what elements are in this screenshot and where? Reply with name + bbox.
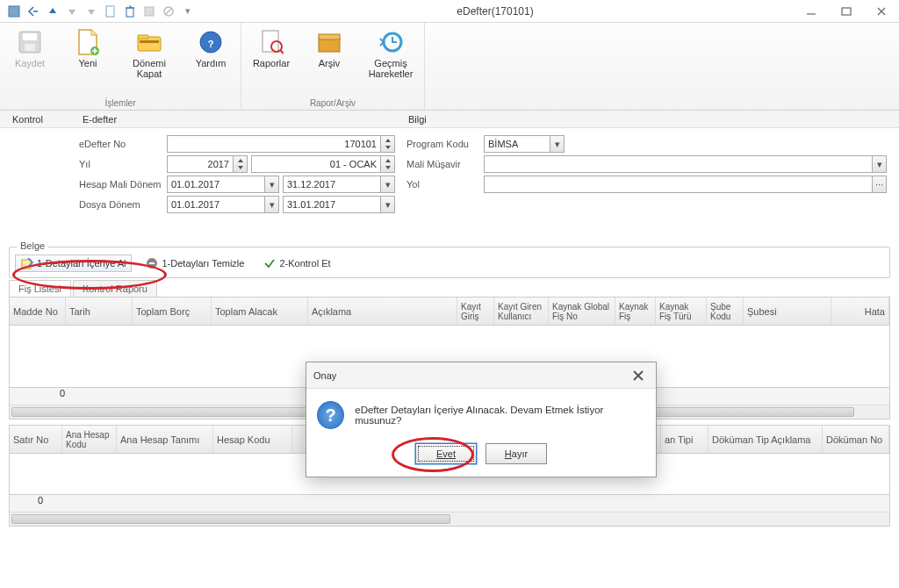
question-icon: ? — [317, 401, 344, 429]
col-kayit-giren[interactable]: Kayıt Giren Kullanıcı — [494, 298, 549, 325]
col-dokuman-tip[interactable]: Döküman Tip Açıklama — [708, 426, 823, 453]
chevron-down-icon[interactable]: ▾ — [872, 156, 886, 172]
date-hesap-bas[interactable]: 01.01.2017 ▾ — [167, 176, 279, 193]
col-sube-kodu[interactable]: Şube Kodu — [707, 298, 744, 325]
svg-rect-9 — [23, 33, 37, 40]
input-yil[interactable]: 2017 — [167, 155, 248, 173]
close-period-icon — [135, 28, 163, 56]
form-area: eDefter No 170101 Yıl 2017 01 - OCAK Hes… — [0, 128, 899, 219]
clear-icon — [146, 257, 158, 269]
col-hesap-kodu[interactable]: Hesap Kodu — [213, 426, 292, 453]
delete-icon[interactable] — [121, 3, 139, 20]
chevron-down-icon[interactable]: ▾ — [380, 197, 394, 212]
col-madde-no[interactable]: Madde No — [10, 298, 66, 325]
tab-fis-listesi[interactable]: Fiş Listesi — [9, 280, 71, 297]
chevron-down-icon[interactable]: ▾ — [550, 136, 564, 152]
dialog-onay: Onay ? eDefter Detayları İçeriye Alınaca… — [306, 362, 657, 477]
svg-rect-7 — [842, 8, 851, 15]
footer-zero: 0 — [10, 495, 71, 506]
ribbon-yeni[interactable]: Yeni — [65, 28, 111, 68]
col-an-tipi[interactable]: an Tipi — [661, 426, 708, 453]
combo-mali-musavir[interactable]: ▾ — [484, 155, 887, 173]
ribbon-label: Raporlar — [248, 58, 294, 68]
history-icon — [377, 28, 405, 56]
value-dosya-bas: 01.01.2017 — [171, 199, 219, 210]
chevron-down-icon[interactable]: ▾ — [380, 176, 394, 192]
col-kayit-giris[interactable]: Kayıt Giriş — [457, 298, 494, 325]
svg-rect-2 — [126, 8, 133, 17]
col-aciklama[interactable]: Açıklama — [308, 298, 457, 325]
ribbon-donemi-kapat[interactable]: Dönemi Kapat — [123, 28, 176, 79]
date-hesap-bit[interactable]: 31.12.2017 ▾ — [283, 176, 395, 193]
col-toplam-borc[interactable]: Toplam Borç — [133, 298, 212, 325]
ellipsis-icon[interactable]: ··· — [872, 176, 886, 192]
ribbon-label: Yeni — [65, 58, 111, 68]
col-kaynak-fis[interactable]: Kaynak Fiş — [615, 298, 656, 325]
input-yol[interactable]: ··· — [484, 176, 887, 193]
window-title: eDefter(170101) — [197, 5, 794, 18]
arrow-down2-icon — [83, 3, 100, 20]
arrow-up-icon[interactable] — [44, 3, 61, 20]
chevron-down-icon[interactable]: ▾ — [264, 176, 278, 192]
col-kaynak-global[interactable]: Kaynak Global Fiş No — [549, 298, 615, 325]
svg-rect-23 — [22, 260, 31, 269]
col-ana-hesap-kodu[interactable]: Ana Hesap Kodu — [62, 426, 117, 453]
new-doc-icon[interactable] — [102, 3, 119, 20]
ribbon-raporlar[interactable]: Raporlar — [248, 28, 294, 68]
svg-line-5 — [165, 8, 172, 15]
btn-label: Hayır — [505, 448, 528, 459]
tab-kontrol-raporu[interactable]: Kontrol Raporu — [73, 280, 157, 297]
arrow-first-icon[interactable] — [25, 3, 42, 20]
value-ay: 01 - OCAK — [255, 159, 380, 169]
col-satir-no[interactable]: Satır No — [10, 426, 62, 453]
date-dosya-bit[interactable]: 31.01.2017 ▾ — [283, 196, 395, 213]
chevron-down-icon[interactable]: ▾ — [264, 197, 278, 212]
btn-detaylari-iceriye-al[interactable]: 1-Detayları İçeriye Al — [15, 255, 132, 272]
combo-program-kodu[interactable]: BİMSA ▾ — [484, 135, 565, 153]
section-bilgi: Bilgi — [408, 114, 887, 125]
ribbon-yardim[interactable]: ? Yardım — [188, 28, 234, 68]
spinner-icon[interactable] — [380, 156, 394, 172]
qat-dropdown-icon[interactable]: ▾ — [179, 3, 197, 20]
section-header: Kontrol E-defter Bilgi — [0, 111, 899, 128]
dialog-no-button[interactable]: Hayır — [485, 443, 547, 464]
btn-detaylari-temizle[interactable]: 1-Detayları Temizle — [140, 255, 249, 271]
svg-rect-0 — [9, 6, 19, 17]
col-dokuman-no[interactable]: Döküman No — [823, 426, 889, 453]
label-mali-musavir: Mali Müşavir — [406, 159, 484, 169]
svg-rect-21 — [319, 34, 340, 39]
value-program-kodu: BİMSA — [488, 139, 518, 149]
col-toplam-alacak[interactable]: Toplam Alacak — [212, 298, 308, 325]
ribbon-gecmis[interactable]: Geçmiş Hareketler — [364, 28, 417, 79]
spinner-icon[interactable] — [233, 156, 247, 172]
btn-kontrol-et[interactable]: 2-Kontrol Et — [258, 255, 335, 271]
ribbon-arsiv[interactable]: Arşiv — [306, 28, 352, 68]
value-edefter-no: 170101 — [171, 139, 380, 149]
app-icon — [5, 3, 23, 20]
btn-label: 1-Detayları İçeriye Al — [37, 258, 126, 269]
maximize-button[interactable] — [829, 0, 864, 23]
label-yil: Yıl — [12, 159, 167, 169]
col-tarih[interactable]: Tarih — [66, 298, 133, 325]
col-ana-hesap-tanimi[interactable]: Ana Hesap Tanımı — [117, 426, 213, 453]
ribbon: Kaydet Yeni Dönemi Kapat ? Yardım — [0, 23, 899, 111]
dialog-close-button[interactable] — [628, 365, 649, 386]
close-button[interactable] — [864, 0, 899, 23]
grid-hscroll[interactable] — [10, 512, 889, 526]
input-edefter-no[interactable]: 170101 — [167, 135, 395, 153]
value-dosya-bit: 31.01.2017 — [287, 199, 335, 210]
spinner-icon[interactable] — [380, 136, 394, 152]
dialog-yes-button[interactable]: Evet — [415, 443, 477, 464]
reports-icon — [257, 28, 285, 56]
label-hesap-mali: Hesap Mali Dönem — [12, 179, 167, 190]
value-yil: 2017 — [171, 159, 233, 169]
import-icon — [21, 257, 33, 269]
date-dosya-bas[interactable]: 01.01.2017 ▾ — [167, 196, 279, 213]
save-icon — [16, 28, 44, 56]
col-hata[interactable]: Hata — [831, 298, 889, 325]
minimize-button[interactable] — [794, 0, 829, 23]
col-subesi[interactable]: Şubesi — [744, 298, 831, 325]
ribbon-label: Geçmiş Hareketler — [364, 58, 417, 79]
combo-ay[interactable]: 01 - OCAK — [251, 155, 395, 173]
col-kaynak-fis-turu[interactable]: Kaynak Fiş Türü — [656, 298, 707, 325]
